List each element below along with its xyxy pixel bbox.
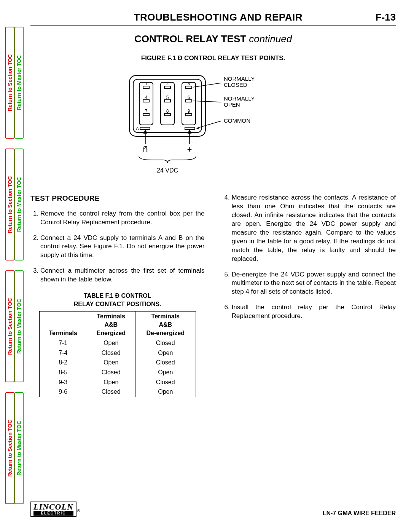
- section-toc-link-4[interactable]: Return to Section TOC: [5, 27, 14, 139]
- procedure-step: Connect a 24 VDC supply to terminals A a…: [40, 234, 205, 260]
- master-toc-link-1[interactable]: Return to Master TOC: [14, 392, 24, 504]
- svg-line-16: [193, 101, 221, 102]
- svg-marker-19: [144, 130, 147, 133]
- table-body: 7-1OpenClosed 7-4ClosedOpen 8-2OpenClose…: [39, 338, 196, 397]
- page-header: TROUBLESHOOTING AND REPAIR F-13: [30, 11, 396, 26]
- figure-caption: FIGURE F.1 Ð CONTROL RELAY TEST POINTS.: [30, 54, 396, 62]
- table-header: TerminalsA&BEnergized: [87, 312, 135, 338]
- procedure-heading: TEST PROCEDURE: [30, 193, 205, 203]
- master-toc-link-4[interactable]: Return to Master TOC: [14, 27, 24, 139]
- pin-label: 2: [166, 81, 169, 86]
- terminal-b-label: B: [196, 126, 199, 131]
- pin-label: 7: [145, 109, 148, 114]
- section-toc-link-2[interactable]: Return to Section TOC: [5, 270, 14, 382]
- registered-mark: ®: [77, 509, 80, 513]
- subtitle-continued: continued: [249, 33, 292, 45]
- logo-bottom-text: ELECTRIC: [33, 511, 73, 516]
- pin-label: 4: [145, 95, 148, 100]
- vdc-label: 24 VDC: [157, 167, 178, 174]
- table-header: Terminals: [39, 312, 87, 338]
- master-toc-link-3[interactable]: Return to Master TOC: [14, 149, 24, 260]
- pin-label: 9: [188, 109, 190, 114]
- relay-contact-table: Terminals TerminalsA&BEnergized Terminal…: [39, 311, 196, 397]
- minus-label: ñ: [143, 144, 148, 154]
- svg-line-15: [193, 83, 221, 87]
- normally-open-label: NORMALLYOPEN: [224, 95, 255, 108]
- right-column: Measure resistance across the contacts. …: [222, 193, 396, 397]
- table-row: 7-1OpenClosed: [39, 338, 196, 348]
- table-row: 7-4ClosedOpen: [39, 348, 196, 358]
- pin-label: 5: [166, 95, 169, 100]
- svg-rect-14: [185, 127, 195, 129]
- table-row: 9-3OpenClosed: [39, 377, 196, 387]
- subtitle-main: CONTROL RELAY TEST: [134, 33, 246, 45]
- section-toc-link-1[interactable]: Return to Section TOC: [5, 392, 14, 504]
- page-footer: LINCOLN ELECTRIC ® LN-7 GMA WIRE FEEDER: [30, 502, 396, 517]
- sidebar-tabs: Return to Section TOC Return to Master T…: [5, 15, 21, 517]
- common-label: COMMON: [224, 117, 250, 124]
- terminal-a-label: A: [136, 126, 139, 131]
- procedure-list-right: Measure resistance across the contacts. …: [222, 193, 396, 321]
- relay-diagram: 1 2 3 4 5 6 7 8 9 A B NORMALLYCLOSED NOR…: [30, 68, 396, 182]
- procedure-step: Install the control relay per the Contro…: [232, 303, 396, 321]
- procedure-step: Measure resistance across the contacts. …: [232, 193, 396, 264]
- pin-label: 3: [188, 81, 190, 86]
- procedure-step: De-energize the 24 VDC power supply and …: [232, 270, 396, 297]
- footer-model: LN-7 GMA WIRE FEEDER: [323, 510, 396, 517]
- table-row: 8-2OpenClosed: [39, 358, 196, 367]
- pin-label: 8: [166, 109, 169, 114]
- svg-line-17: [196, 121, 221, 128]
- procedure-step: Connect a multimeter across the first se…: [40, 267, 205, 284]
- page-number: F-13: [376, 11, 396, 23]
- normally-closed-label: NORMALLYCLOSED: [224, 75, 255, 88]
- left-column: TEST PROCEDURE Remove the control relay …: [30, 193, 205, 397]
- table-row: 8-5ClosedOpen: [39, 367, 196, 377]
- section-subtitle: CONTROL RELAY TEST continued: [30, 33, 396, 45]
- page-content: TROUBLESHOOTING AND REPAIR F-13 CONTROL …: [30, 0, 396, 397]
- header-title: TROUBLESHOOTING AND REPAIR: [134, 11, 303, 23]
- plus-label: +: [187, 145, 192, 154]
- table-caption: TABLE F.1 Ð CONTROL RELAY CONTACT POSITI…: [30, 292, 205, 308]
- table-header: TerminalsA&BDe-energized: [135, 312, 196, 338]
- svg-rect-13: [140, 127, 150, 129]
- body-columns: TEST PROCEDURE Remove the control relay …: [30, 193, 396, 397]
- master-toc-link-2[interactable]: Return to Master TOC: [14, 270, 24, 382]
- lincoln-logo: LINCOLN ELECTRIC ®: [30, 502, 80, 517]
- procedure-list-left: Remove the control relay from the contro…: [30, 209, 205, 284]
- pin-label: 6: [188, 95, 190, 100]
- svg-marker-21: [188, 130, 191, 133]
- table-row: 9-6ClosedOpen: [39, 387, 196, 397]
- logo-top-text: LINCOLN: [33, 502, 73, 511]
- section-toc-link-3[interactable]: Return to Section TOC: [5, 149, 14, 260]
- pin-label: 1: [145, 81, 148, 86]
- procedure-step: Remove the control relay from the contro…: [40, 209, 205, 227]
